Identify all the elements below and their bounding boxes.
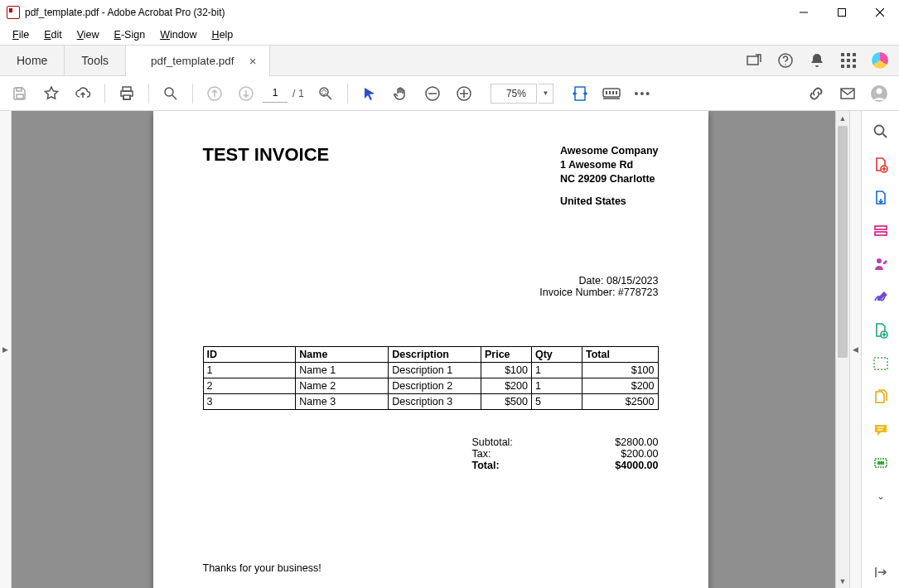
- invoice-meta: Date: 08/15/2023 Invoice Number: #778723: [203, 275, 659, 298]
- account-icon[interactable]: [864, 79, 894, 108]
- scan-ocr-tool-icon[interactable]: [868, 451, 893, 475]
- header-qty: Qty: [531, 346, 582, 362]
- toolbar-separator: [148, 84, 149, 104]
- window-close-button[interactable]: [861, 0, 899, 25]
- company-address: Awesome Company 1 Awesome Rd NC 29209 Ch…: [560, 144, 659, 209]
- svg-rect-27: [612, 91, 614, 94]
- toolbar-separator: [192, 84, 193, 104]
- menu-esign[interactable]: E-Sign: [107, 27, 153, 42]
- comment-tool-icon[interactable]: [868, 417, 893, 442]
- scroll-up-icon[interactable]: ▲: [836, 111, 849, 125]
- window-minimize-button[interactable]: [785, 0, 823, 25]
- fit-width-icon[interactable]: [565, 79, 595, 108]
- link-icon[interactable]: [801, 79, 831, 108]
- svg-rect-1: [839, 9, 846, 17]
- find-icon[interactable]: [156, 79, 186, 108]
- more-tools-icon[interactable]: •••: [628, 79, 658, 108]
- toolbar: / 1 75% ▼ •••: [0, 76, 899, 111]
- svg-rect-43: [874, 358, 887, 369]
- svg-rect-4: [747, 56, 758, 65]
- right-panel-toggle[interactable]: ◀: [849, 111, 861, 588]
- svg-point-39: [877, 258, 882, 263]
- svg-point-31: [877, 88, 882, 94]
- scroll-down-icon[interactable]: ▼: [836, 574, 849, 588]
- redact-tool-icon[interactable]: [868, 351, 893, 376]
- tab-bar: Home Tools pdf_template.pdf ×: [0, 45, 899, 76]
- svg-rect-28: [616, 91, 617, 94]
- help-icon[interactable]: [771, 46, 800, 75]
- menu-window[interactable]: Window: [152, 27, 204, 42]
- svg-rect-10: [123, 95, 130, 99]
- pan-hand-icon[interactable]: [386, 79, 416, 108]
- profile-avatar-icon[interactable]: [866, 46, 894, 75]
- menu-file[interactable]: File: [5, 27, 36, 42]
- svg-rect-26: [609, 91, 611, 94]
- menu-view[interactable]: View: [70, 27, 107, 42]
- header-description: Description: [389, 346, 481, 362]
- toolbar-separator: [347, 84, 348, 104]
- menu-edit[interactable]: Edit: [36, 27, 70, 42]
- app-switcher-icon[interactable]: [834, 46, 863, 75]
- svg-rect-29: [841, 89, 854, 99]
- notifications-bell-icon[interactable]: [803, 46, 831, 75]
- table-row: 1 Name 1 Description 1 $100 1 $100: [203, 362, 658, 378]
- prev-page-icon[interactable]: [200, 79, 230, 108]
- zoom-out-icon[interactable]: [418, 79, 447, 108]
- zoom-in-icon[interactable]: [449, 79, 479, 108]
- export-pdf-tool-icon[interactable]: [868, 186, 893, 210]
- tab-document[interactable]: pdf_template.pdf ×: [126, 46, 270, 76]
- fit-page-icon[interactable]: [311, 79, 341, 108]
- print-icon[interactable]: [112, 79, 142, 108]
- share-device-icon[interactable]: [740, 46, 768, 75]
- zoom-level-input[interactable]: 75%: [491, 84, 537, 104]
- select-cursor-icon[interactable]: [355, 79, 384, 108]
- right-tools-rail: ⌄: [861, 111, 899, 588]
- cloud-upload-icon[interactable]: [68, 79, 98, 108]
- scrollbar-thumb[interactable]: [838, 126, 848, 358]
- svg-point-11: [165, 88, 173, 96]
- combine-files-tool-icon[interactable]: [868, 384, 893, 409]
- request-signatures-tool-icon[interactable]: [868, 252, 893, 277]
- table-row: 2 Name 2 Description 2 $200 1 $200: [203, 378, 658, 393]
- search-tool-icon[interactable]: [868, 119, 893, 144]
- vertical-scrollbar[interactable]: ▲ ▼: [835, 111, 849, 588]
- page-total-label: / 1: [289, 88, 309, 99]
- document-canvas[interactable]: TEST INVOICE Awesome Company 1 Awesome R…: [12, 111, 849, 588]
- tab-document-close-button[interactable]: ×: [249, 54, 257, 68]
- header-price: Price: [481, 346, 531, 362]
- read-mode-icon[interactable]: [597, 79, 626, 108]
- organize-pages-tool-icon[interactable]: [868, 318, 893, 343]
- create-pdf-tool-icon[interactable]: [868, 152, 893, 177]
- toolbar-separator: [104, 84, 105, 104]
- star-icon[interactable]: [36, 79, 66, 108]
- svg-line-12: [172, 95, 176, 99]
- window-maximize-button[interactable]: [823, 0, 861, 25]
- svg-rect-37: [875, 226, 887, 229]
- page-number-input[interactable]: [263, 84, 288, 103]
- svg-rect-25: [606, 91, 607, 94]
- svg-point-6: [785, 64, 785, 65]
- invoice-title: TEST INVOICE: [203, 144, 560, 209]
- svg-rect-8: [17, 88, 22, 91]
- save-icon[interactable]: [5, 79, 35, 108]
- pdf-page: TEST INVOICE Awesome Company 1 Awesome R…: [153, 111, 708, 588]
- edit-pdf-tool-icon[interactable]: [868, 219, 893, 243]
- header-id: ID: [203, 346, 296, 362]
- header-name: Name: [296, 346, 389, 362]
- tab-tools[interactable]: Tools: [65, 46, 126, 75]
- svg-line-16: [327, 95, 331, 99]
- acrobat-app-icon: [7, 6, 20, 19]
- window-title: pdf_template.pdf - Adobe Acrobat Pro (32…: [25, 7, 225, 18]
- svg-rect-38: [875, 232, 887, 235]
- left-panel-toggle[interactable]: ▶: [0, 111, 12, 588]
- email-icon[interactable]: [833, 79, 863, 108]
- menu-help[interactable]: Help: [205, 27, 241, 42]
- collapse-rail-icon[interactable]: [868, 560, 893, 585]
- more-tools-chevron-icon[interactable]: ⌄: [868, 484, 893, 508]
- table-row: 3 Name 3 Description 3 $500 5 $2500: [203, 393, 658, 409]
- next-page-icon[interactable]: [231, 79, 261, 108]
- tab-home[interactable]: Home: [0, 46, 65, 75]
- svg-rect-7: [17, 94, 23, 99]
- fill-sign-tool-icon[interactable]: [868, 285, 893, 310]
- zoom-dropdown-button[interactable]: ▼: [539, 84, 553, 104]
